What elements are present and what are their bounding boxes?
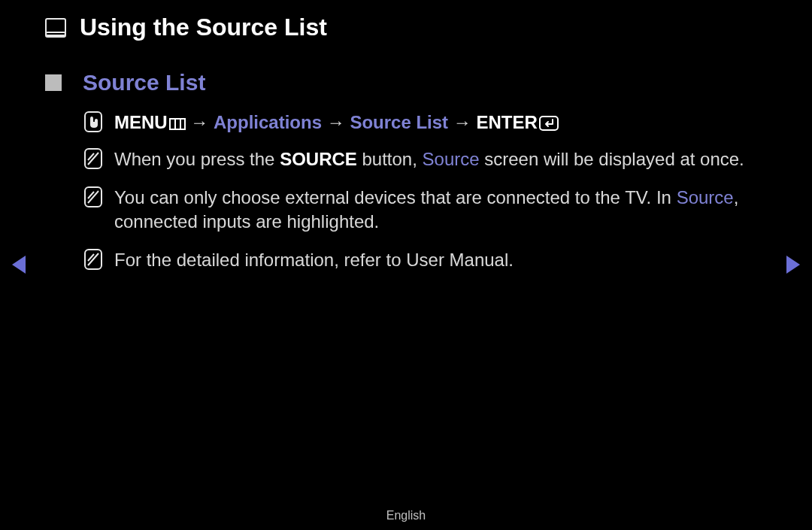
square-bullet-icon (45, 74, 62, 91)
note-row-2: You can only choose external devices tha… (83, 186, 767, 235)
section-heading-row: Source List (45, 70, 767, 95)
prev-page-arrow[interactable] (12, 256, 26, 274)
note-icon (83, 186, 104, 208)
navigation-path-row: MENU → Applications → Source List → ENTE… (83, 111, 767, 137)
path-arrow-1: → (190, 112, 208, 132)
hand-icon (83, 111, 104, 133)
note-icon (83, 248, 104, 271)
path-enter: ENTER (476, 112, 537, 132)
path-arrow-3: → (453, 112, 471, 132)
section-heading: Source List (83, 70, 205, 95)
enter-glyph-icon (539, 113, 559, 137)
footer-language: English (0, 509, 812, 522)
note-row-3: For the detailed information, refer to U… (83, 248, 767, 272)
path-applications: Applications (214, 112, 322, 132)
book-icon (45, 18, 66, 38)
note1-pre: When you press the (114, 149, 280, 169)
note-icon (83, 147, 104, 170)
note2-pre: You can only choose external devices tha… (114, 187, 677, 207)
next-page-arrow[interactable] (786, 256, 800, 274)
path-source-list: Source List (350, 112, 448, 132)
path-arrow-2: → (327, 112, 345, 132)
note-text-3: For the detailed information, refer to U… (114, 248, 514, 272)
menu-glyph-icon (169, 112, 186, 136)
svg-rect-3 (170, 119, 185, 129)
note-text-1: When you press the SOURCE button, Source… (114, 147, 744, 171)
page-title: Using the Source List (80, 14, 327, 41)
page-title-row: Using the Source List (45, 14, 767, 41)
note1-source-word: Source (423, 149, 480, 169)
note1-post: screen will be displayed at once. (480, 149, 744, 169)
note1-source-button: SOURCE (280, 149, 357, 169)
note1-mid: button, (357, 149, 423, 169)
note-row-1: When you press the SOURCE button, Source… (83, 147, 767, 171)
navigation-path: MENU → Applications → Source List → ENTE… (114, 111, 559, 137)
note2-source-word: Source (677, 187, 734, 207)
note-text-2: You can only choose external devices tha… (114, 186, 767, 235)
path-menu: MENU (114, 112, 168, 132)
